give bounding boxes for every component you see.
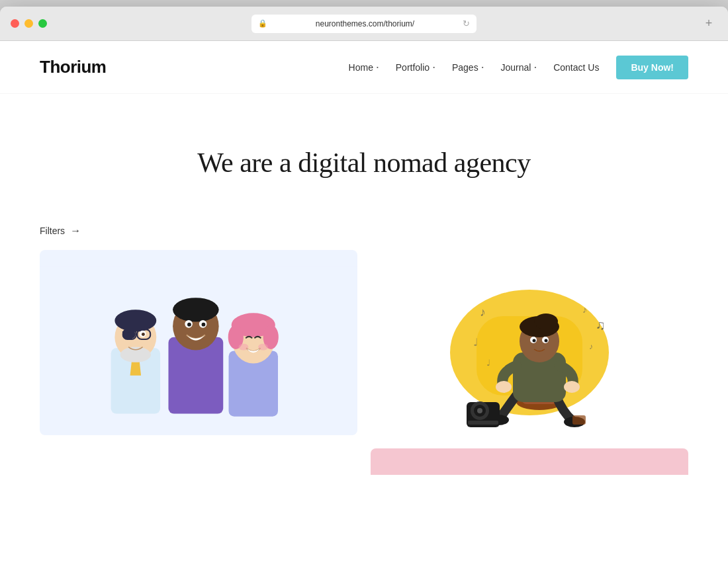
- portfolio-card-1[interactable]: [40, 250, 357, 435]
- svg-point-17: [187, 323, 191, 327]
- site-logo[interactable]: Thorium: [40, 57, 107, 77]
- refresh-icon[interactable]: ↻: [463, 19, 470, 28]
- nav-item-portfolio[interactable]: Portfolio •: [389, 58, 441, 77]
- svg-point-45: [545, 339, 548, 343]
- svg-point-43: [533, 339, 536, 343]
- minimize-button[interactable]: [24, 19, 33, 28]
- buy-now-button[interactable]: Buy Now!: [616, 56, 688, 79]
- svg-text:♫: ♫: [596, 317, 606, 332]
- svg-text:♪: ♪: [582, 304, 587, 315]
- portfolio-grid: ♪ ♪ ♫ ♩ ♪ ♩: [0, 250, 728, 435]
- svg-point-9: [142, 333, 145, 336]
- filters-label: Filters: [40, 226, 65, 236]
- nav-links: Home • Portfolio • Pages • Journal • Con…: [342, 56, 688, 79]
- browser-window: 🔒 neuronthemes.com/thorium/ ↻ + Thorium …: [0, 7, 728, 582]
- svg-text:♩: ♩: [486, 358, 490, 368]
- svg-point-37: [496, 381, 512, 393]
- new-tab-button[interactable]: +: [700, 15, 717, 32]
- svg-point-55: [477, 408, 482, 413]
- navbar: Thorium Home • Portfolio • Pages • Journ…: [0, 41, 728, 94]
- svg-text:♪: ♪: [480, 306, 486, 319]
- svg-point-38: [564, 381, 580, 393]
- svg-point-25: [238, 344, 248, 351]
- filters-row: Filters →: [0, 218, 728, 250]
- nav-item-journal[interactable]: Journal •: [494, 58, 543, 77]
- svg-point-15: [173, 298, 219, 321]
- website-content: Thorium Home • Portfolio • Pages • Journ…: [0, 41, 728, 582]
- svg-rect-57: [572, 415, 586, 425]
- filters-button[interactable]: Filters →: [40, 225, 688, 237]
- filters-arrow-icon: →: [70, 225, 81, 237]
- svg-rect-56: [468, 421, 498, 425]
- hero-title: We are a digital nomad agency: [197, 147, 530, 179]
- nav-dot-pages: •: [482, 64, 484, 70]
- svg-text:♪: ♪: [589, 342, 593, 351]
- nav-dot-journal: •: [534, 64, 536, 70]
- svg-point-4: [114, 310, 156, 331]
- nav-dot-home: •: [377, 64, 379, 70]
- nav-item-home[interactable]: Home •: [342, 58, 385, 77]
- url-text: neuronthemes.com/thorium/: [271, 19, 459, 28]
- close-button[interactable]: [11, 19, 19, 28]
- lock-icon: 🔒: [258, 19, 267, 28]
- svg-point-26: [258, 344, 268, 351]
- svg-text:♩: ♩: [473, 337, 478, 348]
- nav-item-contact[interactable]: Contact Us: [547, 58, 606, 77]
- portfolio-card-2[interactable]: ♪ ♪ ♫ ♩ ♪ ♩: [371, 250, 688, 435]
- nav-item-pages[interactable]: Pages •: [445, 58, 490, 77]
- card-1-illustration: [40, 250, 357, 435]
- svg-point-19: [202, 323, 206, 327]
- svg-point-41: [534, 313, 558, 329]
- nav-dot-portfolio: •: [433, 64, 435, 70]
- browser-chrome: 🔒 neuronthemes.com/thorium/ ↻ +: [0, 7, 728, 41]
- empty-space: [40, 448, 357, 475]
- portfolio-card-3-partial[interactable]: [371, 448, 688, 475]
- hero-section: We are a digital nomad agency: [0, 94, 728, 218]
- address-bar[interactable]: 🔒 neuronthemes.com/thorium/ ↻: [251, 15, 477, 33]
- traffic-lights: [11, 19, 47, 28]
- partial-cards-row: [0, 448, 728, 475]
- maximize-button[interactable]: [38, 19, 47, 28]
- card-2-illustration: ♪ ♪ ♫ ♩ ♪ ♩: [371, 250, 688, 435]
